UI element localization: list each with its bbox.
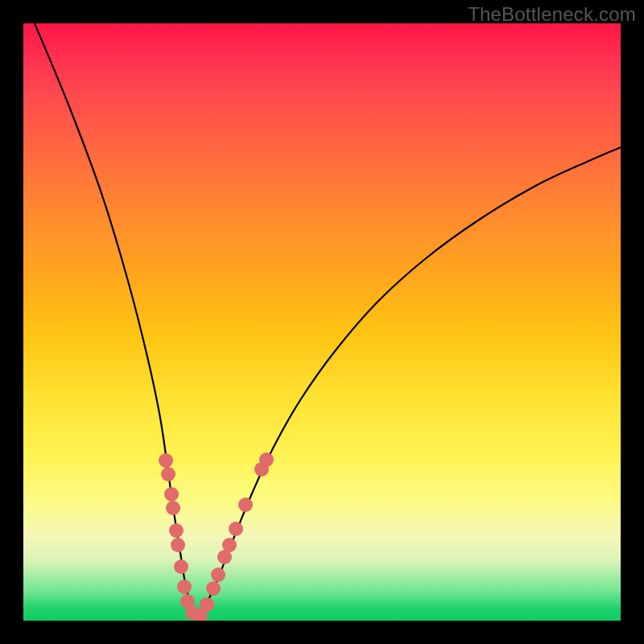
highlight-dot [169,523,184,538]
highlight-dot [211,568,225,582]
highlight-dot [174,559,188,574]
chart-overlay [23,23,621,621]
highlight-dot [161,467,175,481]
highlight-dot [177,580,192,594]
curve-right [197,147,621,619]
highlight-dot [159,453,173,468]
watermark-text: TheBottleneck.com [468,3,636,26]
highlight-dot [171,538,185,552]
highlight-dot [229,522,243,536]
highlight-dot [259,452,274,467]
highlight-dot [222,538,237,552]
highlight-dot [206,581,221,596]
plot-area [23,23,621,621]
highlight-dot [166,501,180,515]
chart-stage: TheBottleneck.com [0,0,644,644]
highlight-dot [200,597,214,612]
highlight-dots-group [159,452,274,621]
highlight-dot [238,497,253,512]
highlight-dot [164,487,179,502]
